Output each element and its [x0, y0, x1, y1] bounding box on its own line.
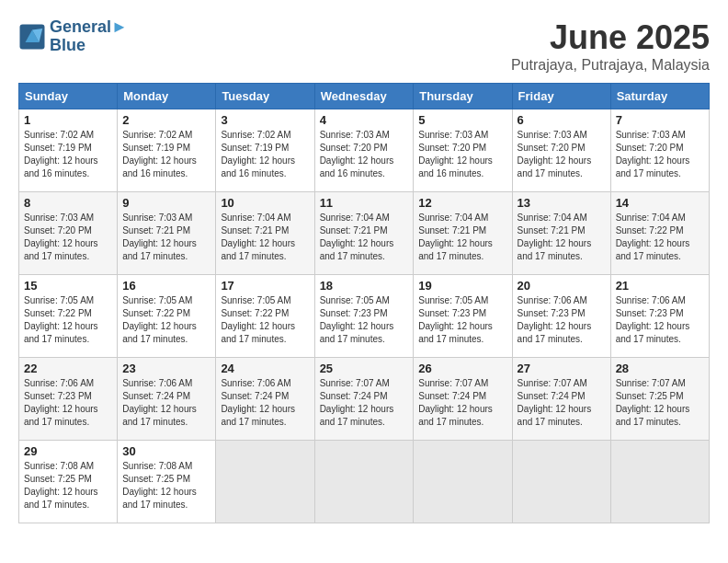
calendar-header-row: Sunday Monday Tuesday Wednesday Thursday…: [19, 84, 710, 109]
table-row: [314, 441, 414, 523]
table-row: 10 Sunrise: 7:04 AM Sunset: 7:21 PM Dayl…: [216, 192, 314, 275]
table-row: 19 Sunrise: 7:05 AM Sunset: 7:23 PM Dayl…: [414, 275, 512, 358]
day-number: 19: [418, 279, 506, 293]
month-title: June 2025: [511, 18, 710, 57]
table-row: 23 Sunrise: 7:06 AM Sunset: 7:24 PM Dayl…: [118, 358, 216, 441]
day-number: 17: [221, 279, 309, 293]
day-number: 23: [122, 362, 210, 375]
day-info: Sunrise: 7:07 AM Sunset: 7:25 PM Dayligh…: [616, 377, 704, 429]
table-row: 3 Sunrise: 7:02 AM Sunset: 7:19 PM Dayli…: [216, 109, 314, 192]
header-thursday: Thursday: [414, 84, 512, 109]
table-row: 22 Sunrise: 7:06 AM Sunset: 7:23 PM Dayl…: [19, 358, 118, 441]
day-number: 20: [518, 279, 606, 293]
day-info: Sunrise: 7:07 AM Sunset: 7:24 PM Dayligh…: [518, 377, 606, 429]
header-monday: Monday: [118, 84, 216, 109]
table-row: 18 Sunrise: 7:05 AM Sunset: 7:23 PM Dayl…: [314, 275, 414, 358]
logo-icon: [18, 23, 46, 51]
day-info: Sunrise: 7:05 AM Sunset: 7:22 PM Dayligh…: [24, 294, 112, 346]
calendar-week-row: 8 Sunrise: 7:03 AM Sunset: 7:20 PM Dayli…: [19, 192, 710, 275]
table-row: 27 Sunrise: 7:07 AM Sunset: 7:24 PM Dayl…: [512, 358, 610, 441]
day-info: Sunrise: 7:04 AM Sunset: 7:21 PM Dayligh…: [221, 212, 309, 263]
day-number: 11: [320, 196, 409, 210]
day-info: Sunrise: 7:06 AM Sunset: 7:23 PM Dayligh…: [518, 294, 606, 346]
logo: General► Blue: [18, 18, 128, 55]
table-row: 14 Sunrise: 7:04 AM Sunset: 7:22 PM Dayl…: [610, 192, 709, 275]
table-row: 4 Sunrise: 7:03 AM Sunset: 7:20 PM Dayli…: [314, 109, 414, 192]
day-info: Sunrise: 7:04 AM Sunset: 7:21 PM Dayligh…: [320, 212, 409, 263]
day-info: Sunrise: 7:02 AM Sunset: 7:19 PM Dayligh…: [122, 129, 210, 180]
table-row: 24 Sunrise: 7:06 AM Sunset: 7:24 PM Dayl…: [216, 358, 314, 441]
day-number: 3: [221, 113, 309, 127]
day-info: Sunrise: 7:06 AM Sunset: 7:24 PM Dayligh…: [221, 377, 309, 429]
table-row: 5 Sunrise: 7:03 AM Sunset: 7:20 PM Dayli…: [414, 109, 512, 192]
day-info: Sunrise: 7:02 AM Sunset: 7:19 PM Dayligh…: [221, 129, 309, 180]
day-number: 4: [320, 113, 409, 127]
day-number: 28: [616, 362, 704, 375]
day-number: 25: [320, 362, 409, 375]
day-info: Sunrise: 7:02 AM Sunset: 7:19 PM Dayligh…: [24, 129, 112, 180]
table-row: 28 Sunrise: 7:07 AM Sunset: 7:25 PM Dayl…: [610, 358, 709, 441]
calendar-week-row: 22 Sunrise: 7:06 AM Sunset: 7:23 PM Dayl…: [19, 358, 710, 441]
location-title: Putrajaya, Putrajaya, Malaysia: [511, 57, 710, 74]
header-wednesday: Wednesday: [314, 84, 414, 109]
table-row: [216, 441, 314, 523]
day-info: Sunrise: 7:03 AM Sunset: 7:20 PM Dayligh…: [320, 129, 409, 180]
day-info: Sunrise: 7:05 AM Sunset: 7:22 PM Dayligh…: [221, 294, 309, 346]
logo-text: General► Blue: [50, 18, 128, 55]
table-row: [414, 441, 512, 523]
table-row: 2 Sunrise: 7:02 AM Sunset: 7:19 PM Dayli…: [118, 109, 216, 192]
table-row: 9 Sunrise: 7:03 AM Sunset: 7:21 PM Dayli…: [118, 192, 216, 275]
day-info: Sunrise: 7:03 AM Sunset: 7:20 PM Dayligh…: [518, 129, 606, 180]
day-number: 10: [221, 196, 309, 210]
table-row: [512, 441, 610, 523]
day-info: Sunrise: 7:05 AM Sunset: 7:23 PM Dayligh…: [320, 294, 409, 346]
day-number: 7: [616, 113, 704, 127]
day-number: 18: [320, 279, 409, 293]
calendar-week-row: 15 Sunrise: 7:05 AM Sunset: 7:22 PM Dayl…: [19, 275, 710, 358]
day-number: 12: [418, 196, 506, 210]
day-number: 14: [616, 196, 704, 210]
table-row: 8 Sunrise: 7:03 AM Sunset: 7:20 PM Dayli…: [19, 192, 118, 275]
day-number: 9: [122, 196, 210, 210]
day-number: 29: [24, 444, 112, 458]
day-info: Sunrise: 7:03 AM Sunset: 7:21 PM Dayligh…: [122, 212, 210, 263]
title-block: June 2025 Putrajaya, Putrajaya, Malaysia: [511, 18, 710, 74]
day-info: Sunrise: 7:04 AM Sunset: 7:21 PM Dayligh…: [518, 212, 606, 263]
day-info: Sunrise: 7:08 AM Sunset: 7:25 PM Dayligh…: [122, 460, 210, 511]
day-info: Sunrise: 7:03 AM Sunset: 7:20 PM Dayligh…: [24, 212, 112, 263]
day-number: 21: [616, 279, 704, 293]
header-sunday: Sunday: [19, 84, 118, 109]
calendar-table: Sunday Monday Tuesday Wednesday Thursday…: [18, 83, 710, 523]
day-number: 1: [24, 113, 112, 127]
day-info: Sunrise: 7:07 AM Sunset: 7:24 PM Dayligh…: [320, 377, 409, 429]
calendar-week-row: 1 Sunrise: 7:02 AM Sunset: 7:19 PM Dayli…: [19, 109, 710, 192]
table-row: 30 Sunrise: 7:08 AM Sunset: 7:25 PM Dayl…: [118, 441, 216, 523]
day-info: Sunrise: 7:06 AM Sunset: 7:23 PM Dayligh…: [24, 377, 112, 429]
header-tuesday: Tuesday: [216, 84, 314, 109]
day-info: Sunrise: 7:08 AM Sunset: 7:25 PM Dayligh…: [24, 460, 112, 511]
table-row: 15 Sunrise: 7:05 AM Sunset: 7:22 PM Dayl…: [19, 275, 118, 358]
table-row: 12 Sunrise: 7:04 AM Sunset: 7:21 PM Dayl…: [414, 192, 512, 275]
day-number: 5: [418, 113, 506, 127]
table-row: 7 Sunrise: 7:03 AM Sunset: 7:20 PM Dayli…: [610, 109, 709, 192]
calendar-week-row: 29 Sunrise: 7:08 AM Sunset: 7:25 PM Dayl…: [19, 441, 710, 523]
day-info: Sunrise: 7:03 AM Sunset: 7:20 PM Dayligh…: [418, 129, 506, 180]
table-row: 29 Sunrise: 7:08 AM Sunset: 7:25 PM Dayl…: [19, 441, 118, 523]
day-number: 6: [518, 113, 606, 127]
day-number: 2: [122, 113, 210, 127]
header-friday: Friday: [512, 84, 610, 109]
table-row: 16 Sunrise: 7:05 AM Sunset: 7:22 PM Dayl…: [118, 275, 216, 358]
day-number: 22: [24, 362, 112, 375]
day-info: Sunrise: 7:03 AM Sunset: 7:20 PM Dayligh…: [616, 129, 704, 180]
day-info: Sunrise: 7:06 AM Sunset: 7:23 PM Dayligh…: [616, 294, 704, 346]
day-number: 27: [518, 362, 606, 375]
table-row: 13 Sunrise: 7:04 AM Sunset: 7:21 PM Dayl…: [512, 192, 610, 275]
day-info: Sunrise: 7:04 AM Sunset: 7:21 PM Dayligh…: [418, 212, 506, 263]
table-row: 1 Sunrise: 7:02 AM Sunset: 7:19 PM Dayli…: [19, 109, 118, 192]
day-number: 8: [24, 196, 112, 210]
table-row: 6 Sunrise: 7:03 AM Sunset: 7:20 PM Dayli…: [512, 109, 610, 192]
table-row: 26 Sunrise: 7:07 AM Sunset: 7:24 PM Dayl…: [414, 358, 512, 441]
day-number: 15: [24, 279, 112, 293]
table-row: 17 Sunrise: 7:05 AM Sunset: 7:22 PM Dayl…: [216, 275, 314, 358]
day-number: 26: [418, 362, 506, 375]
